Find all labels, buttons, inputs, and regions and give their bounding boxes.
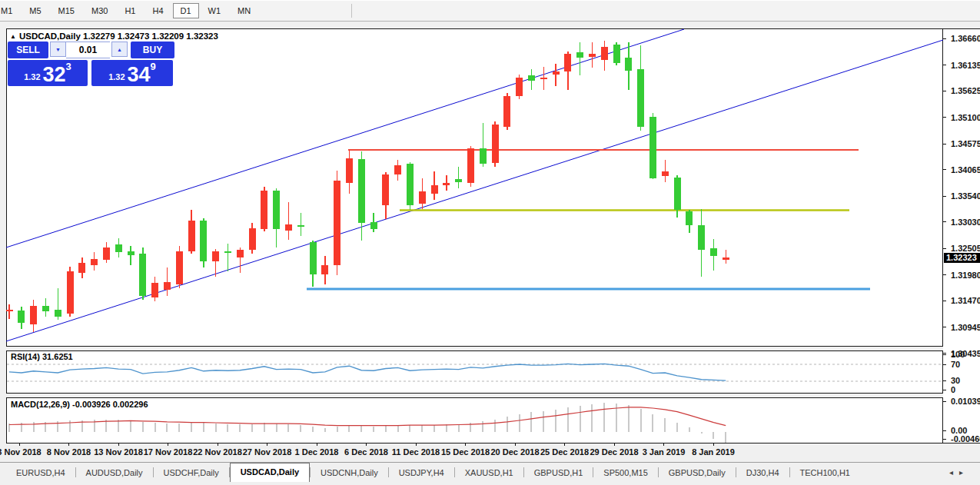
chart-tab-usdjpy-h4[interactable]: USDJPY,H4 [389,464,454,482]
rsi-indicator-pane [6,350,943,394]
bid-price-main: 32 [43,65,66,84]
timeframe-button-m30[interactable]: M30 [84,3,115,18]
price-axis-tick-label: 1.33540 [951,191,980,201]
rsi-current-value: 31.6251 [42,352,73,361]
chart-tab-bar: EURUSD,H4AUDUSD,DailyUSDCHF,DailyUSDCAD,… [0,462,980,482]
date-axis-label: 1 Dec 2018 [295,447,339,457]
chart-tab-usdcad-daily[interactable]: USDCAD,Daily [230,463,310,482]
date-axis-label: 6 Dec 2018 [344,447,388,457]
timeframe-buttons: M1M5M15M30H1H4D1W1MN [0,3,259,18]
timeframe-button-h4[interactable]: H4 [145,3,171,18]
timeframe-button-w1[interactable]: W1 [201,3,229,18]
price-axis-tick-label: 1.31470 [951,296,980,305]
date-axis-label: 15 Dec 2018 [441,447,490,457]
rsi-level-label: 0 [951,385,955,394]
date-axis-label: 8 Nov 2018 [47,447,91,457]
timeframe-button-m1[interactable]: M1 [0,3,20,18]
price-axis-tick-label: 1.31980 [951,271,980,280]
price-axis-tick-label: 1.30945 [951,323,980,332]
chart-ohlc-values: 1.32279 1.32473 1.32209 1.32323 [83,32,218,41]
ask-price-main: 34 [128,65,151,84]
chart-tab-audusd-daily[interactable]: AUDUSD,Daily [76,464,153,482]
timeframe-button-d1[interactable]: D1 [173,3,199,18]
date-axis-label: 27 Nov 2018 [243,447,292,457]
bid-price-prefix: 1.32 [24,72,40,81]
date-axis-label: 29 Dec 2018 [590,447,639,457]
rsi-level-label: 100 [951,350,965,359]
macd-header: MACD(12,26,9) -0.003926 0.002296 [11,400,148,409]
tab-scroll-right-button[interactable]: ▸ [959,468,969,477]
chart-tab-usdchf-daily[interactable]: USDCHF,Daily [154,464,229,482]
date-axis-label: 22 Nov 2018 [193,447,242,457]
one-click-trading-widget: SELL ▼ ▲ BUY 1.32 32 3 1.32 34 9 [8,42,174,86]
macd-current-values: -0.003926 0.002296 [72,400,148,409]
chart-tab-eurusd-h4[interactable]: EURUSD,H4 [6,464,75,482]
toolbar-separator [351,4,352,18]
bid-price-pip: 3 [66,61,71,72]
timeframe-button-h1[interactable]: H1 [117,3,143,18]
one-click-collapse-arrow[interactable]: ▲ [10,33,16,40]
chart-tab-tech100-h1[interactable]: TECH100,H1 [790,464,860,482]
chart-tab-usdcnh-daily[interactable]: USDCNH,Daily [311,464,388,482]
macd-title: MACD(12,26,9) [11,400,70,409]
chart-symbol-label: USDCAD,Daily [19,32,81,41]
price-axis-tick-label: 1.36660 [951,34,980,43]
timeframe-button-m5[interactable]: M5 [22,3,48,18]
lot-size-input[interactable] [66,42,110,58]
macd-level-label: 0.010397 [951,397,980,406]
buy-button[interactable]: BUY [131,42,174,58]
date-axis-label: 8 Jan 2019 [692,447,735,457]
ask-price-button[interactable]: 1.32 34 9 [91,60,173,86]
tab-scroll-left-button[interactable]: ◂ [949,468,959,477]
price-axis-tick-label: 1.35625 [951,86,980,95]
chart-tab-gbpusd-daily[interactable]: GBPUSD,Daily [659,464,736,482]
timeframe-toolbar: M1M5M15M30H1H4D1W1MN [0,0,980,22]
price-axis-tick-label: 1.34065 [951,165,980,174]
chart-tab-dj30-h4[interactable]: DJ30,H4 [736,464,789,482]
price-axis-tick-label: 1.33030 [951,218,980,227]
price-axis-tick-label: 1.34575 [951,139,980,148]
date-axis-label: 11 Dec 2018 [392,447,440,457]
status-strip [0,482,980,485]
date-axis-label: 20 Dec 2018 [491,447,540,457]
tab-scroll-arrows: ◂▸ [949,468,969,477]
bid-price-button[interactable]: 1.32 32 3 [8,60,88,86]
macd-level-label: -0.004608 [951,434,980,443]
date-axis-label: 3 Nov 2018 [0,447,42,457]
chart-title: ▲USDCAD,Daily 1.32279 1.32473 1.32209 1.… [10,32,218,41]
chart-tab-gbpusd-h1[interactable]: GBPUSD,H1 [524,464,593,482]
chart-tab-sp500-m15[interactable]: SP500,M15 [593,464,657,482]
timeframe-button-m15[interactable]: M15 [51,3,82,18]
rsi-header: RSI(14) 31.6251 [11,352,73,361]
price-axis-tick-label: 1.32505 [951,244,980,253]
trading-platform-window: M1M5M15M30H1H4D1W1MN ▲USDCAD,Daily 1.322… [0,0,980,485]
ask-price-pip: 9 [151,61,156,72]
chart-tab-xauusd-h1[interactable]: XAUUSD,H1 [455,464,523,482]
lot-increase-button[interactable]: ▲ [111,42,128,57]
date-axis-label: 13 Nov 2018 [94,447,143,457]
lot-decrease-button[interactable]: ▼ [50,42,66,57]
sell-button[interactable]: SELL [8,42,48,58]
price-axis-tick-label: 1.35100 [951,113,980,122]
date-axis-label: 25 Dec 2018 [540,447,589,457]
rsi-title: RSI(14) [11,352,40,361]
chart-tabs: EURUSD,H4AUDUSD,DailyUSDCHF,DailyUSDCAD,… [6,463,860,482]
rsi-level-label: 70 [951,360,960,369]
date-axis-label: 17 Nov 2018 [144,447,193,457]
timeframe-button-mn[interactable]: MN [230,3,258,18]
rsi-level-label: 30 [951,376,960,385]
price-axis-tick-label: 1.36135 [951,61,980,70]
ask-price-prefix: 1.32 [108,72,125,81]
date-axis-label: 3 Jan 2019 [643,447,686,457]
current-price-tag: 1.32323 [944,253,980,263]
